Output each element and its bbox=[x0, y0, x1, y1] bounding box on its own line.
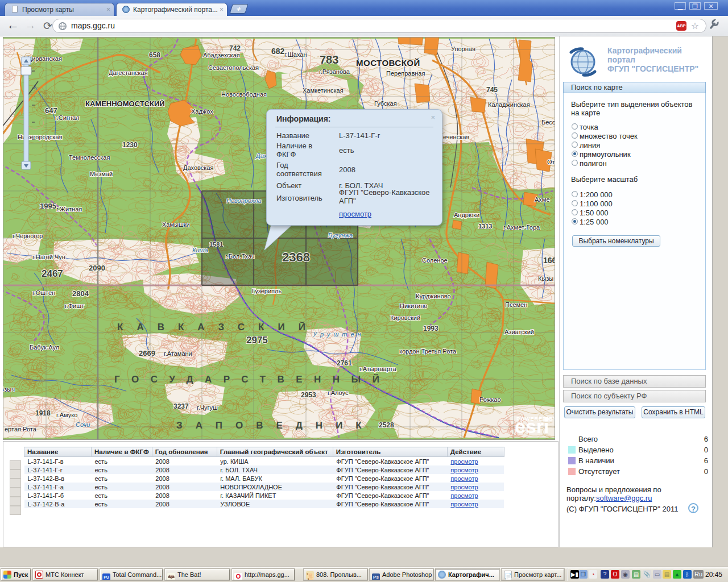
svg-text:еченская: еченская bbox=[443, 134, 469, 140]
svg-text:2090: 2090 bbox=[89, 264, 105, 272]
svg-text:Переправная: Переправная bbox=[386, 70, 425, 77]
svg-text:647: 647 bbox=[45, 106, 57, 115]
svg-text:3237: 3237 bbox=[173, 402, 189, 410]
svg-text:Кызы: Кызы bbox=[538, 275, 553, 282]
svg-text:Дах: Дах bbox=[255, 152, 267, 159]
svg-text:1313: 1313 bbox=[478, 223, 492, 230]
svg-text:2804: 2804 bbox=[72, 289, 89, 298]
svg-text:Сочи: Сочи bbox=[76, 421, 90, 428]
svg-text:Хамкетинская: Хамкетинская bbox=[303, 87, 344, 94]
svg-text:Бзыч: Бзыч bbox=[3, 386, 15, 393]
svg-text:Упорная: Упорная bbox=[451, 45, 475, 52]
svg-text:г.Амуко: г.Амуко bbox=[56, 411, 77, 418]
svg-text:МОСТОВСКОЙ: МОСТОВСКОЙ bbox=[356, 58, 420, 68]
svg-text:Псемен: Псемен bbox=[505, 301, 527, 308]
svg-text:658: 658 bbox=[149, 51, 160, 59]
svg-text:Рожкао: Рожкао bbox=[479, 396, 501, 403]
svg-text:Бесс: Бесс bbox=[541, 119, 555, 126]
svg-text:КАВКАЗСКИЙ: КАВКАЗСКИЙ bbox=[117, 322, 319, 332]
svg-text:Дагестанская: Дагестанская bbox=[109, 69, 148, 76]
svg-text:г.Оштен: г.Оштен bbox=[32, 289, 55, 296]
svg-text:2975: 2975 bbox=[246, 335, 268, 346]
svg-text:КАМЕННОМОСТСКИЙ: КАМЕННОМОСТСКИЙ bbox=[85, 99, 165, 108]
svg-text:682: 682 bbox=[271, 47, 285, 56]
svg-text:166: 166 bbox=[543, 256, 555, 265]
svg-text:г.Чугуш: г.Чугуш bbox=[197, 404, 218, 411]
svg-text:Даховская: Даховская bbox=[183, 164, 213, 171]
svg-text:Губская: Губская bbox=[374, 100, 397, 107]
svg-text:Новосвободная: Новосвободная bbox=[221, 91, 267, 98]
svg-text:г.Житная: г.Житная bbox=[56, 206, 82, 213]
svg-text:2467: 2467 bbox=[42, 268, 63, 279]
svg-text:ЗАПОВЕДНИК: ЗАПОВЕДНИК bbox=[176, 420, 375, 431]
svg-text:Каладжинская: Каладжинская bbox=[488, 101, 530, 108]
svg-text:Гузерипль: Гузерипль bbox=[252, 288, 282, 294]
svg-text:Кировский: Кировский bbox=[390, 314, 420, 321]
svg-text:1581: 1581 bbox=[209, 241, 223, 248]
svg-text:Соленое: Соленое bbox=[422, 257, 448, 264]
svg-text:2953: 2953 bbox=[301, 391, 316, 399]
svg-text:745: 745 bbox=[486, 86, 498, 94]
svg-text:Бугунжа: Бугунжа bbox=[328, 232, 353, 239]
svg-text:Севастопольская: Севастопольская bbox=[208, 64, 259, 71]
svg-text:Хаджох: Хаджох bbox=[191, 108, 213, 115]
svg-text:г.Черногор: г.Черногор bbox=[13, 232, 43, 239]
svg-text:Отв: Отв bbox=[547, 159, 555, 165]
svg-text:Мезмай: Мезмай bbox=[90, 171, 113, 177]
svg-text:г.Рязанова: г.Рязанова bbox=[319, 68, 350, 75]
svg-text:esri: esri bbox=[515, 415, 549, 437]
svg-text:кордон Третья Рота: кордон Третья Рота bbox=[399, 348, 457, 355]
svg-text:г.Алоус: г.Алоус bbox=[328, 389, 349, 396]
svg-text:ГОСУДАРСТВЕННЫЙ: ГОСУДАРСТВЕННЫЙ bbox=[114, 374, 391, 385]
svg-text:г.Ахмет-Гора: г.Ахмет-Гора bbox=[503, 224, 540, 231]
svg-text:1230: 1230 bbox=[122, 141, 138, 149]
svg-text:г.Нагой Чун: г.Нагой Чун bbox=[32, 253, 65, 260]
svg-text:742: 742 bbox=[229, 44, 241, 52]
svg-text:1995: 1995 bbox=[40, 202, 56, 210]
svg-text:Абадзехская: Абадзехская bbox=[203, 52, 240, 59]
svg-text:2761: 2761 bbox=[337, 359, 352, 367]
svg-text:ертая Рота: ертая Рота bbox=[5, 426, 37, 433]
svg-text:Никитино: Никитино bbox=[400, 302, 427, 309]
svg-text:Азиатский: Азиатский bbox=[504, 329, 534, 335]
svg-text:г.Шахан: г.Шахан bbox=[284, 51, 307, 58]
svg-text:Ахме: Ахме bbox=[535, 196, 550, 203]
svg-text:г.Атыргварта: г.Атыргварта bbox=[359, 365, 397, 372]
svg-text:Курджиново: Курджиново bbox=[416, 293, 451, 300]
svg-text:Андрюки: Андрюки bbox=[454, 211, 479, 218]
svg-text:Новопрохла: Новопрохла bbox=[226, 197, 262, 204]
svg-text:Уруштен: Уруштен bbox=[312, 331, 365, 338]
svg-text:1993: 1993 bbox=[423, 325, 439, 332]
svg-text:2528: 2528 bbox=[379, 421, 394, 429]
svg-text:Хамышки: Хамышки bbox=[162, 221, 190, 228]
svg-text:г.Фишт: г.Фишт bbox=[65, 302, 84, 309]
svg-text:г.Сигнал: г.Сигнал bbox=[55, 114, 79, 121]
svg-text:Бабук-Аул: Бабук-Аул bbox=[30, 344, 59, 351]
svg-text:г.Атамани: г.Атамани bbox=[164, 350, 192, 357]
svg-text:Цирванская: Цирванская bbox=[27, 55, 62, 62]
svg-text:г.Бол.Тхач: г.Бол.Тхач bbox=[225, 253, 255, 260]
svg-text:1918: 1918 bbox=[35, 409, 51, 417]
svg-text:Темнолесская: Темнолесская bbox=[69, 154, 110, 161]
svg-text:2669: 2669 bbox=[139, 349, 155, 357]
svg-text:Киша: Киша bbox=[192, 247, 208, 253]
svg-text:2368: 2368 bbox=[282, 250, 310, 264]
svg-text:783: 783 bbox=[320, 53, 338, 66]
